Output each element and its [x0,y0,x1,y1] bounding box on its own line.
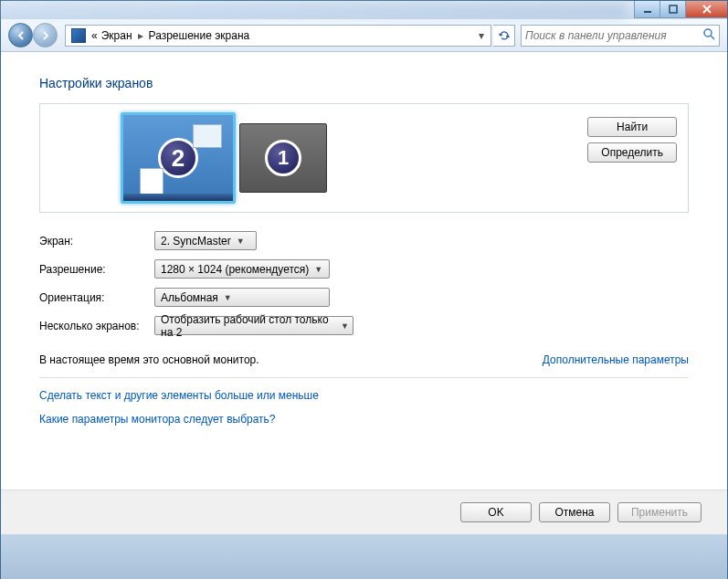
mini-window-icon [193,124,222,148]
display-label: Экран: [39,235,154,247]
status-row: В настоящее время это основной монитор. … [39,353,689,378]
orientation-dropdown[interactable]: Альбомная ▼ [154,288,330,307]
cancel-button[interactable]: Отмена [539,502,610,522]
monitor-number-badge: 1 [265,140,301,176]
detect-button[interactable]: Определить [587,142,677,163]
multi-display-dropdown[interactable]: Отобразить рабочий стол только на 2 ▼ [154,316,353,335]
breadcrumb-separator-icon: ▸ [134,29,147,42]
monitor-preview-box: 2 1 Найти Определить [39,103,689,213]
ok-button[interactable]: OK [460,502,532,522]
svg-rect-0 [644,11,651,13]
content-area: Настройки экранов 2 1 Найти Определить Э… [1,52,727,490]
monitor-1[interactable]: 1 [239,123,327,193]
nav-arrows [8,23,58,47]
breadcrumb-resolution[interactable]: Разрешение экрана [147,29,252,42]
display-dropdown[interactable]: 2. SyncMaster ▼ [154,231,257,250]
advanced-settings-link[interactable]: Дополнительные параметры [543,353,689,366]
chevron-down-icon: ▼ [237,237,245,246]
orientation-label: Ориентация: [39,291,154,304]
titlebar-glass [1,1,627,19]
refresh-icon [498,29,511,42]
apply-button[interactable]: Применить [617,502,702,522]
form-row-multi: Несколько экранов: Отобразить рабочий ст… [39,316,689,335]
minimize-button[interactable] [634,1,659,18]
breadcrumb-dropdown-icon[interactable]: ▾ [474,29,489,42]
breadcrumb-display[interactable]: Экран [100,29,134,42]
orientation-value: Альбомная [161,291,218,304]
text-size-link[interactable]: Сделать текст и другие элементы больше и… [39,389,319,402]
close-button[interactable] [685,1,727,18]
multi-value: Отобразить рабочий стол только на 2 [161,313,335,339]
mini-taskbar-icon [123,194,233,201]
nav-back-button[interactable] [8,23,33,47]
chevron-down-icon: ▼ [224,293,232,302]
resolution-label: Разрешение: [39,263,154,276]
maximize-button[interactable] [659,1,685,18]
which-settings-link[interactable]: Какие параметры монитора следует выбрать… [39,413,276,426]
page-title: Настройки экранов [39,76,689,90]
search-box[interactable] [521,25,720,47]
svg-point-2 [704,29,712,37]
breadcrumb-prefix: « [90,29,100,42]
primary-monitor-status: В настоящее время это основной монитор. [39,353,259,366]
control-panel-window: « Экран ▸ Разрешение экрана ▾ Настройки … [0,0,728,579]
multi-label: Несколько экранов: [39,320,154,332]
window-glass-border [1,534,727,579]
resolution-dropdown[interactable]: 1280 × 1024 (рекомендуется) ▼ [154,259,330,279]
monitor-2[interactable]: 2 [121,112,236,204]
display-value: 2. SyncMaster [161,235,231,247]
svg-rect-1 [670,5,677,13]
help-links: Сделать текст и другие элементы больше и… [39,389,689,426]
nav-forward-button[interactable] [33,23,58,47]
breadcrumb[interactable]: « Экран ▸ Разрешение экрана ▾ [65,25,491,47]
navbar: « Экран ▸ Разрешение экрана ▾ [1,19,727,52]
chevron-down-icon: ▼ [341,321,349,331]
resolution-value: 1280 × 1024 (рекомендуется) [161,263,309,276]
titlebar [1,1,727,19]
form-row-display: Экран: 2. SyncMaster ▼ [39,231,689,250]
refresh-button[interactable] [493,25,515,47]
search-icon[interactable] [702,27,715,44]
form-row-resolution: Разрешение: 1280 × 1024 (рекомендуется) … [39,259,689,279]
chevron-down-icon: ▼ [314,265,322,274]
display-settings-icon [71,28,86,43]
form-row-orientation: Ориентация: Альбомная ▼ [39,288,689,307]
find-button[interactable]: Найти [587,117,677,137]
monitor-side-buttons: Найти Определить [587,117,677,163]
dialog-footer: OK Отмена Применить [1,490,727,534]
search-input[interactable] [525,29,702,42]
